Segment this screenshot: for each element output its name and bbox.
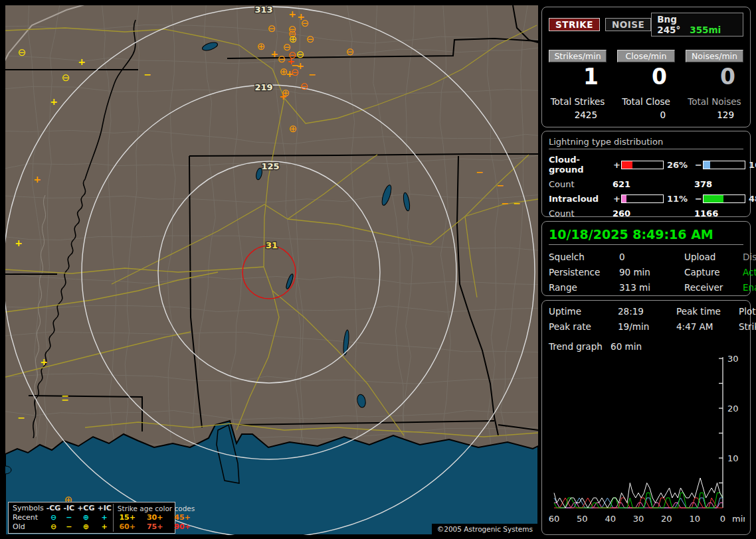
legend-recent-label: Recent [11,513,45,522]
upload-label: Upload [684,252,743,262]
map-canvas[interactable]: ++⊖⊖⊖⊖⊕⊖⊕⊖+⊖⊖⊖+⊖−+⊕+⊖−⊖⊕+⊕−−−−−⊖+⊖++++−−… [5,5,538,535]
ic-minus-pct: 48% [745,194,756,204]
strike-toggle-button[interactable]: STRIKE [549,18,600,31]
total-noises-label: Total Noises [686,96,743,107]
peak-rate-label: Peak rate [549,321,618,332]
close-per-min-value: 0 [617,64,675,90]
strike-symbol-icm: − [308,69,316,80]
noise-toggle-button[interactable]: NOISE [605,18,651,31]
plot-value: Strike [739,321,756,332]
ic-plus-bar [621,194,664,203]
strike-symbol-cgm: ⊖ [346,46,355,58]
symbol-legend: Symbols -CG -IC +CG +IC Strike age color… [8,502,175,534]
range-value: 313 mi [619,282,684,293]
strikes-per-min-label: Strikes/min [549,50,607,62]
strike-symbol-icm: − [501,198,509,208]
ic-minus-count: 1166 [694,208,756,218]
svg-text:30: 30 [727,354,739,364]
old-cg-plus-icon: ⊕ [76,522,96,532]
copyright-notice: ©2005 Astrogenic Systems [432,524,538,535]
ring-label-219: 219 [254,82,272,92]
total-strikes-value: 2425 [549,110,607,120]
strike-symbol-icp: + [78,56,86,67]
ring-label-313: 313 [254,5,272,15]
svg-text:0: 0 [720,514,725,524]
cg-plus-count: 621 [613,179,694,189]
upload-status: Disabled [743,252,756,262]
svg-text:min: min [732,514,745,524]
peak-time-value: 4:47 AM [676,321,739,332]
noises-column: Noises/min 0 Total Noises 129 [686,50,743,120]
range-label: Range [549,282,619,293]
persistence-label: Persistence [549,267,619,277]
peak-time-header: Peak time [676,306,739,317]
recent-cg-plus-icon: ⊕ [76,513,96,522]
series-green [554,493,723,508]
old-ic-minus-icon: − [62,522,76,532]
receiver-label: Receiver [684,282,743,293]
strike-symbol-cgm: ⊖ [18,46,27,58]
close-per-min-label: Close/min [617,50,675,62]
strike-symbol-icp: + [15,238,23,248]
ic-count-label: Count [549,208,613,218]
strike-symbol-icm: − [61,394,69,405]
strike-symbol-icp: + [40,356,48,367]
squelch-label: Squelch [549,252,619,262]
svg-text:40: 40 [605,514,616,524]
trend-graph-label: Trend graph [549,341,603,352]
age-60: 60+ [113,522,141,532]
strike-symbol-icp: + [279,91,287,102]
bearing-readout: Bng 245°355mi [651,13,743,37]
total-strikes-label: Total Strikes [549,96,607,107]
strike-symbol-icp: + [33,174,41,185]
old-cg-minus-icon: ⊖ [45,522,62,532]
svg-text:20: 20 [661,514,672,524]
cg-minus-pct: 16% [745,160,756,170]
legend-old-label: Old [11,522,45,532]
cg-minus-bar [703,161,745,169]
svg-text:60: 60 [549,514,559,524]
cg-plus-pct: 26% [664,160,694,170]
persistence-value: 90 min [619,267,684,277]
age-30: 30+ [141,513,168,522]
total-close-value: 0 [617,110,675,120]
ic-minus-sign: − [694,194,703,204]
cg-plus-bar [621,161,664,169]
cg-minus-sign: − [694,160,703,170]
capture-label: Capture [684,267,743,277]
strike-symbol-icm: − [513,198,521,208]
total-noises-value: 129 [686,110,743,120]
recent-ic-minus-icon: − [62,513,76,522]
strike-map[interactable]: ++⊖⊖⊖⊖⊕⊖⊕⊖+⊖⊖⊖+⊖−+⊕+⊖−⊖⊕+⊕−−−−−⊖+⊖++++−−… [5,5,538,535]
strike-symbol-icm: − [17,412,25,423]
strike-symbol-cgm: ⊖ [306,33,315,45]
distribution-title: Lightning type distribution [549,137,743,149]
legend-col-pos-ic: +IC [96,504,113,513]
strike-symbol-cgm: ⊖ [268,23,276,35]
strike-symbol-cgp: ⊕ [257,40,266,52]
legend-symbols-header: Symbols [11,504,45,513]
strike-symbol-cgm: ⊖ [300,80,309,92]
counters-panel: STRIKE NOISE Bng 245°355mi Strikes/min 1… [541,7,751,127]
cloud-ground-label: Cloud-ground [549,155,613,175]
strike-symbol-cgm: ⊖ [291,66,300,78]
app-window: ++⊖⊖⊖⊖⊕⊖⊕⊖+⊖⊖⊖+⊖−+⊕+⊖−⊖⊕+⊕−−−−−⊖+⊖++++−−… [0,0,756,539]
ic-plus-sign: + [613,194,621,204]
strike-symbol-icm: − [476,167,484,177]
age-90: 90+ [169,522,196,532]
age-15: 15+ [113,513,141,522]
trend-window-value: 60 min [611,341,642,352]
svg-text:10: 10 [727,453,739,463]
distribution-panel: Lightning type distribution Cloud-ground… [541,131,751,217]
capture-status: Active [743,267,756,277]
squelch-value: 0 [619,252,684,262]
uptime-value: 28:19 [618,306,676,317]
bearing-distance: 355mi [690,25,721,35]
old-ic-plus-icon: + [96,522,113,532]
strikes-per-min-value: 1 [549,64,607,90]
receiver-status: Enabled [743,282,756,293]
cg-count-label: Count [549,179,613,189]
strike-symbol-icm: − [143,69,151,80]
legend-age-title: Strike age color codes [113,504,196,513]
close-column: Close/min 0 Total Close 0 [617,50,675,120]
